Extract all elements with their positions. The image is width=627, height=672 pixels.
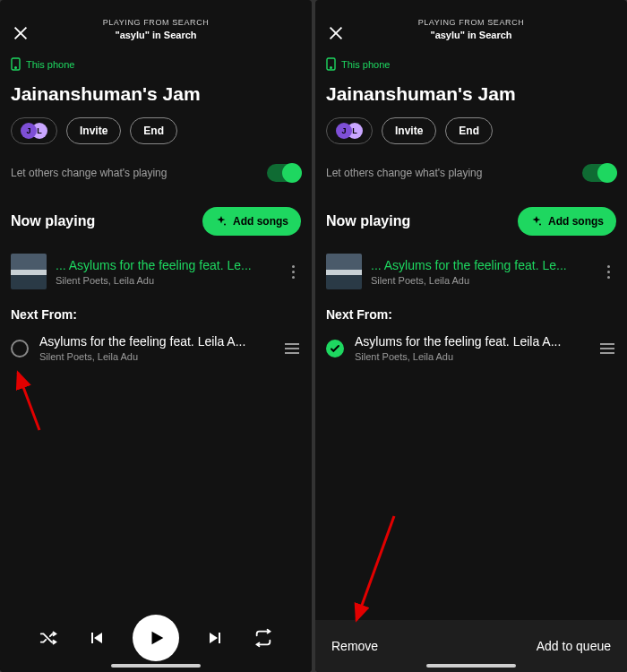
track-title: Asylums for the feeling feat. Leila A... (39, 334, 272, 349)
next-from-heading: Next From: (11, 307, 301, 322)
track-title: Asylums for the feeling feat. Leila A... (355, 334, 588, 349)
context-line: PLAYING FROM SEARCH (30, 18, 281, 27)
add-songs-button[interactable]: Add songs (518, 207, 616, 236)
sparkle-icon (215, 215, 228, 228)
remove-button[interactable]: Remove (331, 639, 378, 653)
queue-item[interactable]: Asylums for the feeling feat. Leila A...… (326, 334, 616, 362)
home-indicator (111, 664, 201, 668)
next-from-heading: Next From: (326, 307, 616, 322)
next-icon[interactable] (205, 627, 227, 649)
svg-point-3 (15, 67, 17, 69)
more-icon[interactable] (600, 265, 616, 279)
device-indicator[interactable]: This phone (326, 57, 616, 71)
context-search-term: "asylu" in Search (346, 30, 597, 40)
annotation-arrow (348, 511, 401, 631)
close-icon[interactable] (326, 23, 346, 43)
track-artist: Silent Poets, Leila Adu (56, 275, 276, 286)
toggle-label: Let others change what's playing (326, 167, 482, 179)
queue-screen-unselected: PLAYING FROM SEARCH "asylu" in Search Th… (0, 0, 312, 672)
phone-icon (326, 57, 336, 71)
collab-toggle[interactable] (267, 164, 301, 182)
invite-button[interactable]: Invite (66, 117, 121, 144)
participants-pill[interactable]: J L (11, 117, 57, 144)
context-line: PLAYING FROM SEARCH (346, 18, 597, 27)
home-indicator (426, 664, 516, 668)
svg-line-11 (356, 516, 394, 620)
album-cover (326, 254, 362, 289)
track-artist: Silent Poets, Leila Adu (39, 351, 272, 362)
repeat-icon[interactable] (253, 628, 273, 648)
avatar: J (21, 123, 37, 139)
toggle-label: Let others change what's playing (11, 167, 167, 179)
queue-item[interactable]: Asylums for the feeling feat. Leila A...… (11, 334, 301, 362)
shuffle-icon[interactable] (39, 628, 58, 648)
annotation-arrow (11, 367, 47, 443)
device-label: This phone (341, 59, 390, 70)
album-cover (11, 254, 47, 289)
device-indicator[interactable]: This phone (11, 57, 301, 71)
select-circle-checked[interactable] (326, 340, 344, 358)
avatar: J (336, 123, 352, 139)
track-artist: Silent Poets, Leila Adu (355, 351, 588, 362)
now-playing-track[interactable]: ... Asylums for the feeling feat. Le... … (326, 254, 616, 289)
now-playing-heading: Now playing (11, 213, 95, 229)
participants-pill[interactable]: J L (326, 117, 373, 144)
more-icon[interactable] (285, 265, 301, 279)
context-search-term: "asylu" in Search (30, 30, 281, 40)
svg-point-10 (539, 224, 541, 226)
add-to-queue-button[interactable]: Add to queue (537, 639, 611, 653)
previous-icon[interactable] (85, 627, 107, 649)
drag-handle-icon[interactable] (283, 343, 301, 354)
device-label: This phone (26, 59, 74, 70)
now-playing-track[interactable]: ... Asylums for the feeling feat. Le... … (11, 254, 301, 289)
invite-button[interactable]: Invite (382, 117, 436, 144)
select-circle[interactable] (11, 340, 29, 358)
phone-icon (11, 57, 21, 71)
page-title: Jainanshuman's Jam (11, 83, 301, 105)
drag-handle-icon[interactable] (598, 343, 616, 354)
collab-toggle[interactable] (582, 164, 616, 182)
now-playing-heading: Now playing (326, 213, 410, 229)
track-title: ... Asylums for the feeling feat. Le... (56, 258, 276, 272)
page-title: Jainanshuman's Jam (326, 83, 616, 105)
queue-screen-selected: PLAYING FROM SEARCH "asylu" in Search Th… (315, 0, 627, 672)
end-button[interactable]: End (130, 117, 177, 144)
svg-line-5 (18, 373, 39, 430)
end-button[interactable]: End (445, 117, 493, 144)
track-artist: Silent Poets, Leila Adu (371, 275, 591, 286)
add-songs-button[interactable]: Add songs (202, 207, 301, 236)
close-icon[interactable] (11, 23, 30, 43)
svg-point-4 (224, 224, 226, 226)
track-title: ... Asylums for the feeling feat. Le... (371, 258, 591, 272)
play-button[interactable] (133, 615, 179, 661)
player-controls (0, 604, 312, 672)
svg-point-9 (331, 67, 332, 69)
sparkle-icon (530, 215, 543, 228)
